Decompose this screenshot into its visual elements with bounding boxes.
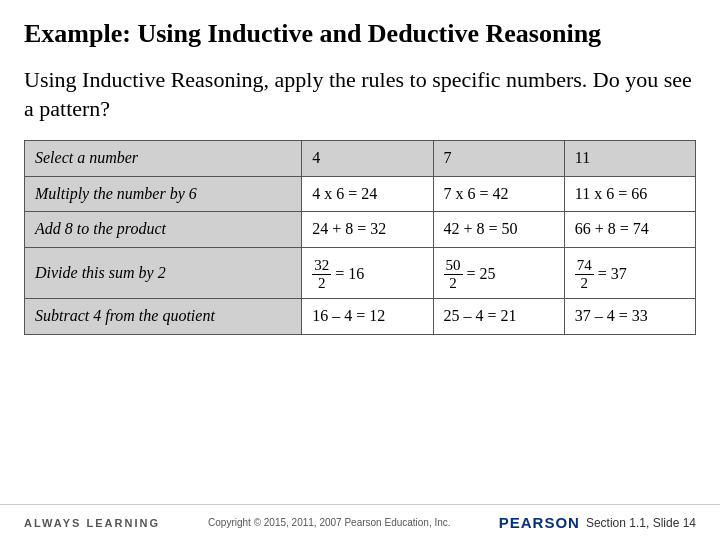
header-col0: Select a number [25,140,302,176]
fraction-2-result: 25 [480,264,496,285]
page-title: Example: Using Inductive and Deductive R… [24,18,696,51]
table-row-divide: Divide this sum by 2 32 2 = 16 50 2 [25,248,696,299]
fraction-2-equals: = [467,264,476,285]
row4-label: Subtract 4 from the quotient [25,299,302,335]
row3-col2: 50 2 = 25 [433,248,564,299]
row2-label: Add 8 to the product [25,212,302,248]
row3-label: Divide this sum by 2 [25,248,302,299]
row4-col2: 25 – 4 = 21 [433,299,564,335]
fraction-3-equals: = [598,264,607,285]
table-row-subtract: Subtract 4 from the quotient 16 – 4 = 12… [25,299,696,335]
fraction-1-result: 16 [348,264,364,285]
footer-section: Section 1.1, Slide 14 [586,516,696,530]
fraction-1-equals: = [335,264,344,285]
fraction-2-num: 50 [444,258,463,275]
footer-right: PEARSON Section 1.1, Slide 14 [499,514,696,531]
row1-col2: 7 x 6 = 42 [433,176,564,212]
footer: ALWAYS LEARNING Copyright © 2015, 2011, … [0,504,720,540]
main-container: Example: Using Inductive and Deductive R… [0,0,720,345]
fraction-expr-3: 74 2 = 37 [575,258,627,291]
header-col1: 4 [302,140,433,176]
row1-col1: 4 x 6 = 24 [302,176,433,212]
row1-col3: 11 x 6 = 66 [564,176,695,212]
fraction-1: 32 2 [312,258,331,291]
page-subtitle: Using Inductive Reasoning, apply the rul… [24,65,696,124]
fraction-3-result: 37 [611,264,627,285]
fraction-3: 74 2 [575,258,594,291]
table-row-add: Add 8 to the product 24 + 8 = 32 42 + 8 … [25,212,696,248]
table-header-row: Select a number 4 7 11 [25,140,696,176]
fraction-2-den: 2 [447,275,459,291]
header-col2: 7 [433,140,564,176]
footer-left-text: ALWAYS LEARNING [24,517,160,529]
row3-col3: 74 2 = 37 [564,248,695,299]
pearson-logo: PEARSON [499,514,580,531]
fraction-expr-2: 50 2 = 25 [444,258,496,291]
row2-col2: 42 + 8 = 50 [433,212,564,248]
row4-col1: 16 – 4 = 12 [302,299,433,335]
fraction-3-num: 74 [575,258,594,275]
fraction-2: 50 2 [444,258,463,291]
header-col3: 11 [564,140,695,176]
fraction-3-den: 2 [578,275,590,291]
table-row-multiply: Multiply the number by 6 4 x 6 = 24 7 x … [25,176,696,212]
row4-col3: 37 – 4 = 33 [564,299,695,335]
row3-col1: 32 2 = 16 [302,248,433,299]
row2-col3: 66 + 8 = 74 [564,212,695,248]
row1-label: Multiply the number by 6 [25,176,302,212]
fraction-expr-1: 32 2 = 16 [312,258,364,291]
fraction-1-den: 2 [316,275,328,291]
row2-col1: 24 + 8 = 32 [302,212,433,248]
footer-copyright: Copyright © 2015, 2011, 2007 Pearson Edu… [208,517,451,528]
reasoning-table: Select a number 4 7 11 Multiply the numb… [24,140,696,335]
fraction-1-num: 32 [312,258,331,275]
